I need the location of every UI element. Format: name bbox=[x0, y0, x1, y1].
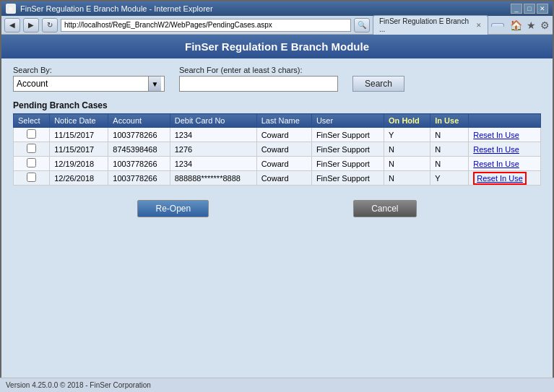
cell-in-use-3: Y bbox=[430, 171, 469, 186]
col-action bbox=[469, 114, 541, 128]
search-bar-icon[interactable]: 🔍 bbox=[354, 18, 370, 32]
section-title: Pending Branch Cases bbox=[13, 100, 541, 110]
tab-bar: FinSer Regulation E Branch ... ✕ bbox=[373, 15, 504, 35]
settings-icon[interactable]: ⚙ bbox=[540, 19, 550, 31]
table-row: 11/15/201710037782661234CowardFinSer Sup… bbox=[14, 128, 541, 142]
row-checkbox-0[interactable] bbox=[27, 129, 36, 139]
browser-tab-2[interactable] bbox=[491, 23, 504, 27]
search-for-group: Search For (enter at least 3 chars): bbox=[179, 66, 338, 92]
row-checkbox-2[interactable] bbox=[27, 158, 36, 167]
col-last-name: Last Name bbox=[256, 114, 311, 128]
cell-last-name-1: Coward bbox=[256, 142, 311, 157]
forward-button[interactable]: ▶ bbox=[23, 18, 39, 32]
cell-user-1: FinSer Support bbox=[311, 142, 384, 157]
reopen-button[interactable]: Re-Open bbox=[137, 200, 209, 217]
cell-debit-card-0: 1234 bbox=[170, 128, 256, 142]
cell-select-2 bbox=[14, 157, 50, 171]
col-account: Account bbox=[108, 114, 170, 128]
reset-in-use-link-2[interactable]: Reset In Use bbox=[473, 160, 519, 168]
cell-account-2: 1003778266 bbox=[108, 157, 170, 171]
footer-buttons: Re-Open Cancel bbox=[13, 200, 541, 225]
toolbar-icons: 🏠 ★ ⚙ bbox=[510, 19, 550, 31]
table-header-row: Select Notice Date Account Debit Card No… bbox=[14, 114, 541, 128]
cell-select-0 bbox=[14, 128, 50, 142]
cell-last-name-3: Coward bbox=[256, 171, 311, 186]
cell-last-name-0: Coward bbox=[256, 128, 311, 142]
cell-in-use-2: N bbox=[430, 157, 469, 171]
app-header: FinSer Regulation E Branch Module bbox=[1, 35, 553, 58]
col-notice-date: Notice Date bbox=[50, 114, 108, 128]
cell-action-1: Reset In Use bbox=[469, 142, 541, 157]
window-controls[interactable]: _ □ ✕ bbox=[511, 4, 548, 14]
cell-notice-date-0: 11/15/2017 bbox=[50, 128, 108, 142]
reset-in-use-link-0[interactable]: Reset In Use bbox=[473, 131, 519, 139]
address-input[interactable] bbox=[61, 19, 351, 32]
col-in-use: In Use bbox=[430, 114, 469, 128]
window-title: FinSer Regulation E Branch Module - Inte… bbox=[20, 4, 213, 13]
app-title: FinSer Regulation E Branch Module bbox=[185, 40, 369, 53]
cell-in-use-0: N bbox=[430, 128, 469, 142]
search-by-value: Account bbox=[17, 79, 148, 89]
version-text: Version 4.25.0.0 © 2018 - FinSer Corpora… bbox=[0, 378, 554, 392]
cell-user-2: FinSer Support bbox=[311, 157, 384, 171]
cell-debit-card-1: 1276 bbox=[170, 142, 256, 157]
cell-select-1 bbox=[14, 142, 50, 157]
tab-close-1[interactable]: ✕ bbox=[476, 22, 482, 29]
tab-label-1: FinSer Regulation E Branch ... bbox=[379, 17, 473, 33]
cell-in-use-1: N bbox=[430, 142, 469, 157]
row-checkbox-3[interactable] bbox=[27, 173, 36, 182]
cell-debit-card-2: 1234 bbox=[170, 157, 256, 171]
search-button[interactable]: Search bbox=[352, 76, 404, 92]
reset-in-use-link-1[interactable]: Reset In Use bbox=[473, 145, 519, 154]
search-for-label: Search For (enter at least 3 chars): bbox=[179, 66, 338, 74]
cell-action-0: Reset In Use bbox=[469, 128, 541, 142]
cell-on-hold-2: N bbox=[384, 157, 430, 171]
restore-button[interactable]: □ bbox=[524, 4, 535, 14]
title-bar: e FinSer Regulation E Branch Module - In… bbox=[1, 1, 553, 16]
table-row: 11/15/201787453984681276CowardFinSer Sup… bbox=[14, 142, 541, 157]
app-icon: e bbox=[6, 4, 16, 14]
cell-notice-date-2: 12/19/2018 bbox=[50, 157, 108, 171]
back-button[interactable]: ◀ bbox=[4, 18, 20, 32]
search-section: Search By: Account ▼ Search For (enter a… bbox=[13, 66, 541, 92]
cell-select-3 bbox=[14, 171, 50, 186]
cell-account-0: 1003778266 bbox=[108, 128, 170, 142]
cell-account-1: 8745398468 bbox=[108, 142, 170, 157]
reset-in-use-link-3[interactable]: Reset In Use bbox=[473, 172, 527, 185]
cell-on-hold-1: N bbox=[384, 142, 430, 157]
row-checkbox-1[interactable] bbox=[27, 144, 36, 153]
browser-tab-1[interactable]: FinSer Regulation E Branch ... ✕ bbox=[373, 15, 488, 35]
cell-last-name-2: Coward bbox=[256, 157, 311, 171]
cell-on-hold-0: Y bbox=[384, 128, 430, 142]
star-icon[interactable]: ★ bbox=[527, 19, 536, 31]
cell-notice-date-1: 11/15/2017 bbox=[50, 142, 108, 157]
col-debit-card: Debit Card No bbox=[170, 114, 256, 128]
search-by-label: Search By: bbox=[13, 66, 165, 74]
cell-debit-card-3: 888888*******8888 bbox=[170, 171, 256, 186]
minimize-button[interactable]: _ bbox=[511, 4, 522, 14]
col-on-hold: On Hold bbox=[384, 114, 430, 128]
address-bar: ◀ ▶ ↻ 🔍 FinSer Regulation E Branch ... ✕… bbox=[1, 16, 553, 35]
main-content: Search By: Account ▼ Search For (enter a… bbox=[1, 58, 553, 232]
home-icon[interactable]: 🏠 bbox=[510, 19, 522, 31]
search-for-input[interactable] bbox=[179, 76, 338, 92]
refresh-button[interactable]: ↻ bbox=[42, 18, 58, 32]
cell-action-3: Reset In Use bbox=[469, 171, 541, 186]
col-user: User bbox=[311, 114, 384, 128]
dropdown-arrow-icon[interactable]: ▼ bbox=[148, 77, 161, 91]
cell-user-3: FinSer Support bbox=[311, 171, 384, 186]
table-row: 12/19/201810037782661234CowardFinSer Sup… bbox=[14, 157, 541, 171]
search-by-dropdown[interactable]: Account ▼ bbox=[13, 76, 165, 92]
cell-action-2: Reset In Use bbox=[469, 157, 541, 171]
cell-on-hold-3: N bbox=[384, 171, 430, 186]
cell-notice-date-3: 12/26/2018 bbox=[50, 171, 108, 186]
search-by-group: Search By: Account ▼ bbox=[13, 66, 165, 92]
table-row: 12/26/20181003778266888888*******8888Cow… bbox=[14, 171, 541, 186]
cancel-button[interactable]: Cancel bbox=[353, 200, 416, 217]
close-button[interactable]: ✕ bbox=[537, 4, 548, 14]
cell-user-0: FinSer Support bbox=[311, 128, 384, 142]
cases-table: Select Notice Date Account Debit Card No… bbox=[13, 113, 541, 186]
col-select: Select bbox=[14, 114, 50, 128]
cell-account-3: 1003778266 bbox=[108, 171, 170, 186]
